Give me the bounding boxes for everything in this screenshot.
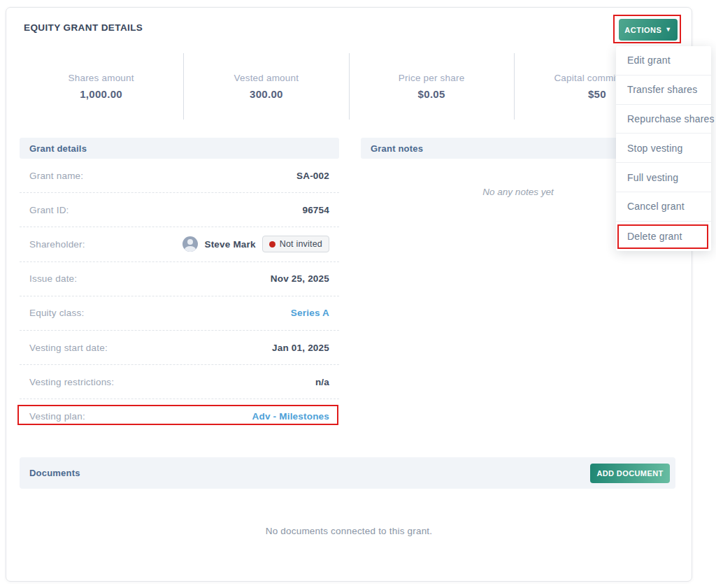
detail-row-shareholder: Shareholder:Steve MarkNot invited [20, 227, 339, 261]
grant-notes-header-label: Grant notes [371, 143, 423, 154]
page-title: EQUITY GRANT DETAILS [24, 22, 143, 33]
actions-button-label: ACTIONS [624, 26, 661, 34]
stat-value: 1,000.00 [80, 88, 122, 100]
chevron-down-icon: ▼ [665, 27, 671, 33]
detail-row-label: Vesting start date: [29, 343, 108, 353]
stat-value: 300.00 [250, 88, 283, 100]
actions-button[interactable]: ACTIONS ▼ [619, 19, 678, 41]
add-document-button[interactable]: ADD DOCUMENT [590, 464, 670, 483]
detail-row-value: Nov 25, 2025 [271, 273, 329, 284]
detail-row-value: SA-002 [296, 171, 329, 181]
menu-item-repurchase-shares[interactable]: Repurchase shares [616, 105, 711, 134]
detail-row-label: Vesting restrictions: [29, 377, 114, 387]
stat-shares-amount: Shares amount1,000.00 [19, 53, 184, 120]
detail-row-grant-id: Grant ID:96754 [20, 193, 339, 227]
grant-details-section: Grant details Grant name:SA-002Grant ID:… [20, 138, 339, 434]
stat-label: Vested amount [234, 73, 299, 83]
detail-row-grant-name: Grant name:SA-002 [20, 159, 339, 193]
badge-label: Not invited [280, 239, 322, 249]
grant-details-header: Grant details [20, 138, 339, 159]
stat-value: $50 [588, 88, 606, 100]
detail-row-label: Vesting plan: [29, 411, 85, 422]
detail-row-value[interactable]: Adv - Milestones [252, 411, 329, 422]
detail-row-value[interactable]: Series A [291, 308, 329, 318]
detail-row-vesting-plan: Vesting plan:Adv - Milestones [20, 399, 339, 433]
not-invited-badge: Not invited [262, 236, 329, 252]
menu-item-cancel-grant[interactable]: Cancel grant [616, 192, 711, 222]
menu-item-stop-vesting[interactable]: Stop vesting [616, 134, 711, 163]
menu-item-delete-grant[interactable]: Delete grant [616, 222, 711, 251]
detail-row-label: Grant ID: [29, 205, 69, 215]
detail-row-label: Equity class: [29, 308, 84, 318]
menu-item-transfer-shares[interactable]: Transfer shares [616, 76, 711, 105]
detail-row-value: Jan 01, 2025 [272, 343, 329, 353]
equity-grant-card: EQUITY GRANT DETAILS ACTIONS ▼ Shares am… [6, 7, 692, 582]
menu-item-edit-grant[interactable]: Edit grant [616, 46, 711, 76]
documents-header-bar: Documents ADD DOCUMENT [20, 457, 675, 489]
documents-header-label: Documents [29, 468, 80, 478]
stat-vested-amount: Vested amount300.00 [184, 53, 349, 120]
detail-row-equity-class: Equity class:Series A [20, 296, 339, 331]
detail-row-label: Shareholder: [29, 239, 85, 250]
stat-value: $0.05 [418, 88, 445, 100]
detail-row-vesting-start-date: Vesting start date:Jan 01, 2025 [20, 331, 339, 365]
detail-row-label: Issue date: [29, 273, 77, 284]
stat-label: Shares amount [69, 73, 134, 83]
actions-dropdown-menu: Edit grantTransfer sharesRepurchase shar… [616, 46, 711, 251]
detail-row-label: Grant name: [29, 171, 83, 181]
stats-row: Shares amount1,000.00Vested amount300.00… [19, 53, 680, 120]
status-dot-icon [269, 241, 275, 248]
detail-row-value: n/a [315, 377, 329, 387]
detail-row-value: 96754 [302, 205, 329, 215]
shareholder-name: Steve Mark [204, 239, 255, 250]
menu-item-full-vesting[interactable]: Full vesting [616, 163, 711, 192]
detail-row-issue-date: Issue date:Nov 25, 2025 [20, 262, 339, 296]
documents-empty-text: No documents connected to this grant. [6, 526, 692, 536]
grant-details-rows: Grant name:SA-002Grant ID:96754Sharehold… [20, 159, 339, 434]
equity-grant-details-page: EQUITY GRANT DETAILS ACTIONS ▼ Shares am… [0, 0, 716, 588]
detail-row-value: Steve MarkNot invited [182, 236, 329, 252]
detail-row-vesting-restrictions: Vesting restrictions:n/a [20, 365, 339, 399]
stat-label: Price per share [399, 73, 465, 83]
user-avatar-icon [182, 236, 198, 252]
stat-price-per-share: Price per share$0.05 [350, 53, 515, 120]
grant-details-header-label: Grant details [29, 143, 87, 154]
